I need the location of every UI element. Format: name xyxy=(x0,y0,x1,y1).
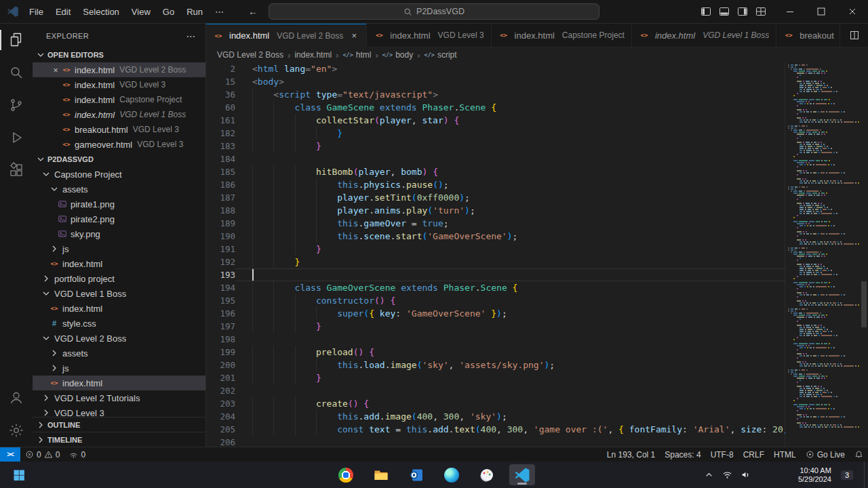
wifi-icon[interactable] xyxy=(722,470,732,480)
activity-settings[interactable] xyxy=(0,414,33,447)
code-line-192[interactable]: 192} xyxy=(206,256,868,268)
code-line-182[interactable]: 182} xyxy=(206,127,868,140)
encoding-setting[interactable]: UTF-8 xyxy=(706,447,738,462)
toggle-panel-icon[interactable] xyxy=(719,6,730,17)
activity-search[interactable] xyxy=(0,56,33,89)
indentation-setting[interactable]: Spaces: 4 xyxy=(660,447,705,462)
menu-selection[interactable]: Selection xyxy=(77,0,125,23)
code-line-161[interactable]: 161collectStar(player, star) { xyxy=(206,114,868,127)
code-line-204[interactable]: 204this.add.image(400, 300, 'sky'); xyxy=(206,410,868,423)
activity-source-control[interactable] xyxy=(0,89,33,121)
code-editor[interactable]: 2<html lang="en">15<body>36<script type=… xyxy=(206,62,868,447)
activity-explorer[interactable] xyxy=(0,24,33,56)
code-line-195[interactable]: 195constructor() { xyxy=(206,294,868,307)
close-icon[interactable]: × xyxy=(349,30,359,41)
tab-breakout[interactable]: <>breakout xyxy=(776,24,840,47)
open-editors-header[interactable]: OPEN EDITORS xyxy=(33,47,205,62)
command-center-search[interactable]: P2DassVGD xyxy=(269,3,599,20)
breadcrumb-item-html[interactable]: </>html xyxy=(342,50,371,60)
activity-run-debug[interactable] xyxy=(0,121,33,154)
start-button[interactable] xyxy=(7,464,31,485)
tree-folder-vgd-level-2-tutorials[interactable]: VGD Level 2 Tutorials xyxy=(33,390,205,405)
tree-folder-js[interactable]: js xyxy=(33,241,205,256)
vertical-scrollbar[interactable] xyxy=(860,62,868,447)
notifications-bell[interactable] xyxy=(850,447,868,462)
outline-section-header[interactable]: OUTLINE xyxy=(33,417,205,432)
tab-index-html-vgd-level-1-boss[interactable]: <>index.htmlVGD Level 1 Boss xyxy=(632,24,776,47)
code-line-183[interactable]: 183} xyxy=(206,140,868,152)
code-line-197[interactable]: 197} xyxy=(206,320,868,333)
code-line-198[interactable]: 198 xyxy=(206,333,868,346)
cursor-position[interactable]: Ln 193, Col 1 xyxy=(602,447,660,462)
code-line-189[interactable]: 189this.gameOver = true; xyxy=(206,217,868,230)
menu-edit[interactable]: Edit xyxy=(50,0,77,23)
tree-folder-vgd-level-1-boss[interactable]: VGD Level 1 Boss xyxy=(33,286,205,301)
tree-file-index-html[interactable]: <>index.html xyxy=(33,375,205,390)
open-editor-item-index-html-capstone-project[interactable]: <>index.htmlCapstone Project xyxy=(33,92,205,107)
taskbar-icon-chrome[interactable] xyxy=(333,464,359,485)
code-line-191[interactable]: 191} xyxy=(206,243,868,256)
code-line-193[interactable]: 193 xyxy=(206,268,868,281)
toggle-secondary-sidebar-icon[interactable] xyxy=(737,6,748,17)
taskbar-icon-paint[interactable] xyxy=(474,464,500,485)
tree-file-pirate2-png[interactable]: pirate2.png xyxy=(33,211,205,226)
taskbar-icon-edge[interactable] xyxy=(439,464,465,485)
taskbar-icon-file-explorer[interactable] xyxy=(368,464,394,485)
tree-folder-vgd-level-3[interactable]: VGD Level 3 xyxy=(33,405,205,417)
taskbar-icon-vscode[interactable] xyxy=(509,464,535,485)
taskbar-clock[interactable]: 10:40 AM 5/29/2024 xyxy=(798,466,831,484)
menu-view[interactable]: View xyxy=(125,0,157,23)
menu-run[interactable]: Run xyxy=(180,0,209,23)
eol-setting[interactable]: CRLF xyxy=(738,447,769,462)
tree-folder-assets[interactable]: assets xyxy=(33,346,205,361)
breadcrumb-item-vgd-level-2-boss[interactable]: VGD Level 2 Boss xyxy=(217,50,283,60)
code-line-205[interactable]: 205const text = this.add.text(400, 300, … xyxy=(206,423,868,436)
code-line-199[interactable]: 199preload() { xyxy=(206,346,868,359)
code-line-190[interactable]: 190this.scene.start('GameOverScene'); xyxy=(206,230,868,243)
close-button[interactable] xyxy=(837,0,868,24)
go-live-button[interactable]: Go Live xyxy=(801,447,850,462)
tree-file-pirate1-png[interactable]: pirate1.png xyxy=(33,197,205,211)
open-editor-item-index-html-vgd-level-3[interactable]: <>index.htmlVGD Level 3 xyxy=(33,77,205,92)
open-editor-item-index-html-vgd-level-1-boss[interactable]: <>index.htmlVGD Level 1 Boss xyxy=(33,107,205,122)
code-line-187[interactable]: 187player.setTint(0xff0000); xyxy=(206,191,868,204)
code-line-184[interactable]: 184 xyxy=(206,152,868,165)
minimize-button[interactable] xyxy=(774,0,806,24)
timeline-section-header[interactable]: TIMELINE xyxy=(33,432,205,447)
toggle-sidebar-icon[interactable] xyxy=(701,6,711,17)
open-editor-item-gameover-html-vgd-level-3[interactable]: <>gameover.htmlVGD Level 3 xyxy=(33,137,205,152)
code-line-194[interactable]: 194class GameOverScene extends Phaser.Sc… xyxy=(206,281,868,294)
tab-index-html-capstone-project[interactable]: <>index.htmlCapstone Project xyxy=(492,24,632,47)
language-mode[interactable]: HTML xyxy=(769,447,801,462)
problems-indicator[interactable]: 0 0 xyxy=(20,447,64,462)
tab-index-html-vgd-level-3[interactable]: <>index.htmlVGD Level 3 xyxy=(367,24,491,47)
tab-index-html-vgd-level-2-boss[interactable]: <>index.htmlVGD Level 2 Boss× xyxy=(206,24,367,47)
code-line-203[interactable]: 203create() { xyxy=(206,397,868,410)
activity-account[interactable] xyxy=(0,382,33,414)
customize-layout-icon[interactable] xyxy=(755,6,766,17)
breadcrumb-item-index-html[interactable]: index.html xyxy=(294,50,332,60)
scrollbar-thumb[interactable] xyxy=(861,281,867,327)
minimap[interactable] xyxy=(785,62,860,447)
code-line-15[interactable]: 15<body> xyxy=(206,75,868,88)
open-editor-item-breakout-html-vgd-level-3[interactable]: <>breakout.htmlVGD Level 3 xyxy=(33,122,205,137)
tree-folder-vgd-level-2-boss[interactable]: VGD Level 2 Boss xyxy=(33,331,205,346)
code-line-186[interactable]: 186this.physics.pause(); xyxy=(206,178,868,191)
maximize-button[interactable] xyxy=(806,0,837,24)
tree-file-index-html[interactable]: <>index.html xyxy=(33,256,205,271)
tree-folder-capstone-project[interactable]: Capstone Project xyxy=(33,167,205,182)
code-line-202[interactable]: 202 xyxy=(206,384,868,397)
menu-more[interactable]: ⋯ xyxy=(209,0,230,23)
menu-file[interactable]: File xyxy=(23,0,50,23)
code-line-196[interactable]: 196super({ key: 'GameOverScene' }); xyxy=(206,307,868,320)
notification-count[interactable]: 3 xyxy=(841,470,853,480)
nav-back-button[interactable]: ← xyxy=(248,6,258,17)
tree-folder-portfolio-project[interactable]: portfolio project xyxy=(33,271,205,286)
tree-file-style-css[interactable]: #style.css xyxy=(33,316,205,331)
code-line-200[interactable]: 200this.load.image('sky', 'assets/sky.pn… xyxy=(206,359,868,371)
activity-extensions[interactable] xyxy=(0,154,33,186)
workspace-root-header[interactable]: P2DASSVGD xyxy=(33,152,205,167)
code-line-185[interactable]: 185hitBomb(player, bomb) { xyxy=(206,165,868,178)
breadcrumb-item-body[interactable]: </>body xyxy=(382,50,413,60)
split-editor-icon[interactable] xyxy=(849,30,860,41)
